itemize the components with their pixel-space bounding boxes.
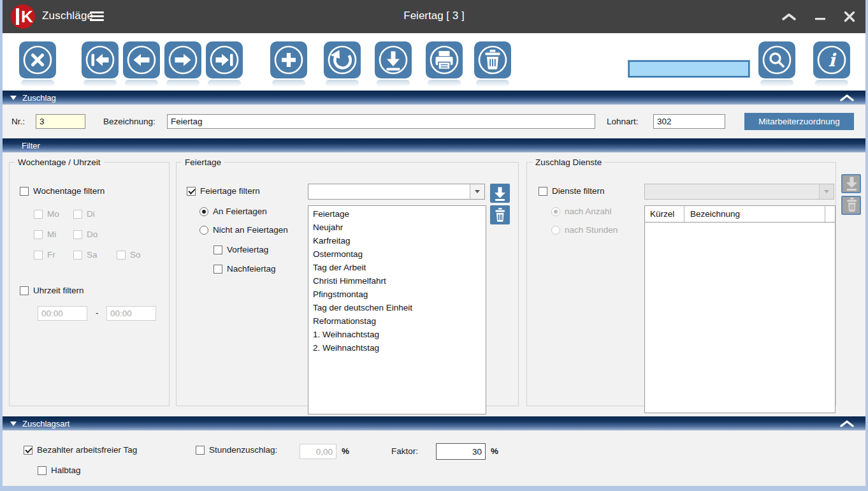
list-item[interactable]: Tag der Arbeit xyxy=(308,261,486,274)
save-button[interactable] xyxy=(375,41,412,78)
list-item[interactable]: Karfreitag xyxy=(308,234,486,247)
checkbox-icon xyxy=(213,265,222,274)
checkbox-label: Fr xyxy=(47,250,55,260)
checkbox-icon xyxy=(539,187,547,196)
checkbox-icon xyxy=(73,230,82,239)
dienste-add-button xyxy=(841,174,861,193)
list-item[interactable]: 1. Weihnachtstag xyxy=(308,328,486,341)
section-title: Zuschlag xyxy=(22,93,56,103)
record-title: Feiertag [ 3 ] xyxy=(3,10,865,22)
wochentage-filtern-checkbox[interactable]: Wochentage filtern xyxy=(20,186,105,196)
feiertage-filtern-checkbox[interactable]: Feiertage filtern xyxy=(187,186,260,196)
radio-label: nach Anzahl xyxy=(565,207,612,216)
dienste-groupbox: Zuschlag Dienste Dienste filtern nach An… xyxy=(526,158,836,406)
groupbox-legend: Wochentage / Uhrzeit xyxy=(15,158,104,167)
faktor-input[interactable] xyxy=(436,443,486,460)
vorfeiertag-checkbox[interactable]: Vorfeiertag xyxy=(213,245,268,254)
next-record-button[interactable] xyxy=(164,41,201,78)
checkbox-label: Vorfeiertag xyxy=(227,245,268,254)
stundenzuschlag-checkbox[interactable]: Stundenzuschlag: xyxy=(196,445,277,455)
groupbox-legend: Zuschlag Dienste xyxy=(532,158,605,167)
list-item[interactable]: Ostermontag xyxy=(308,247,486,261)
feiertag-combobox[interactable] xyxy=(308,184,485,200)
zuschlag-form: Nr.: Bezeichnung: Lohnart: Mitarbeiterzu… xyxy=(3,105,865,138)
add-button[interactable] xyxy=(270,41,307,78)
section-title: Zuschlagsart xyxy=(22,419,69,429)
day-mo-checkbox: Mo xyxy=(34,209,59,219)
zuschlag-section-header[interactable]: Zuschlag xyxy=(3,91,865,105)
download-icon xyxy=(490,184,510,203)
minimize-icon[interactable] xyxy=(814,13,826,21)
search-input[interactable] xyxy=(628,61,749,77)
cancel-button[interactable] xyxy=(19,41,56,78)
radio-icon xyxy=(551,226,560,235)
collapse-window-icon[interactable] xyxy=(781,13,797,21)
dienste-delete-button xyxy=(841,196,861,215)
day-mi-checkbox: Mi xyxy=(34,230,56,239)
info-button[interactable]: i xyxy=(813,41,850,78)
checkbox-icon xyxy=(196,446,205,455)
bezeichnung-input[interactable] xyxy=(167,114,595,129)
checkbox-icon xyxy=(38,466,47,475)
close-icon xyxy=(33,55,43,65)
list-item[interactable]: Tag der deutschen Einheit xyxy=(308,301,486,314)
list-item[interactable]: 2. Weihnachtstag xyxy=(308,341,486,355)
checkbox-label: Mo xyxy=(47,209,59,219)
checkbox-icon xyxy=(20,187,29,196)
list-item[interactable]: Feiertage xyxy=(308,207,486,221)
undo-icon xyxy=(331,50,351,68)
collapse-triangle-icon xyxy=(10,421,17,426)
trash-icon xyxy=(843,196,860,215)
day-sa-checkbox: Sa xyxy=(73,250,98,260)
lohnart-input[interactable] xyxy=(653,114,725,129)
delete-button[interactable] xyxy=(474,41,511,78)
window-controls xyxy=(781,0,855,33)
collapse-section-icon[interactable] xyxy=(840,420,854,429)
wochentage-groupbox: Wochentage / Uhrzeit Wochentage filtern … xyxy=(9,158,170,406)
checkbox-label: Sa xyxy=(87,250,98,260)
first-record-button[interactable] xyxy=(82,41,119,78)
feiertag-add-button[interactable] xyxy=(490,184,510,203)
bezahlter-arbeitsfreier-tag-checkbox[interactable]: Bezahlter arbeitsfreier Tag xyxy=(24,445,137,455)
groupbox-legend: Feiertage xyxy=(182,158,224,167)
nicht-an-feiertagen-radio[interactable]: Nicht an Feiertagen xyxy=(199,225,288,235)
search-button[interactable] xyxy=(758,41,795,78)
halbtag-checkbox[interactable]: Halbtag xyxy=(38,465,81,475)
list-item[interactable]: Neujahr xyxy=(308,221,486,234)
print-button[interactable] xyxy=(426,41,463,78)
list-item[interactable]: Reformationstag xyxy=(308,314,486,328)
previous-record-button[interactable] xyxy=(123,41,160,78)
an-feiertagen-radio[interactable]: An Feiertagen xyxy=(199,207,267,216)
chevron-down-icon[interactable] xyxy=(470,184,484,199)
checkbox-label: Dienste filtern xyxy=(552,186,605,196)
undo-button[interactable] xyxy=(324,41,361,78)
checkbox-label: Do xyxy=(87,230,98,239)
radio-label: Nicht an Feiertagen xyxy=(213,225,288,235)
collapse-triangle-icon xyxy=(10,96,17,100)
list-item[interactable]: Christi Himmelfahrt xyxy=(308,274,486,288)
column-header-kuerzel: Kürzel xyxy=(645,206,684,222)
plus-icon xyxy=(282,53,296,67)
arrow-left-icon xyxy=(134,54,150,66)
nr-input[interactable] xyxy=(36,114,85,129)
uhrzeit-filtern-checkbox[interactable]: Uhrzeit filtern xyxy=(20,286,84,295)
mitarbeiterzuordnung-button[interactable]: Mitarbeiterzuordnung xyxy=(744,113,854,130)
chevron-down-icon xyxy=(819,184,834,199)
feiertage-listbox[interactable]: Feiertage Neujahr Karfreitag Ostermontag… xyxy=(308,205,486,414)
dienste-filtern-checkbox[interactable]: Dienste filtern xyxy=(539,186,605,196)
checkbox-icon xyxy=(20,286,29,295)
last-record-button[interactable] xyxy=(206,41,243,78)
zuschlagsart-section-header[interactable]: Zuschlagsart xyxy=(3,416,865,430)
nr-label: Nr.: xyxy=(11,117,25,126)
checkbox-icon xyxy=(34,251,43,260)
day-fr-checkbox: Fr xyxy=(34,250,55,260)
radio-selected-icon xyxy=(199,207,208,216)
close-window-icon[interactable] xyxy=(844,11,855,22)
radio-label: An Feiertagen xyxy=(213,207,267,216)
list-item[interactable]: Pfingstmontag xyxy=(308,288,486,301)
column-header-bezeichnung: Bezeichnung xyxy=(684,206,825,222)
feiertag-delete-button[interactable] xyxy=(490,205,510,224)
checkbox-label: Stundenzuschlag: xyxy=(209,445,277,455)
collapse-section-icon[interactable] xyxy=(840,94,854,103)
nachfeiertag-checkbox[interactable]: Nachfeiertag xyxy=(213,264,276,274)
